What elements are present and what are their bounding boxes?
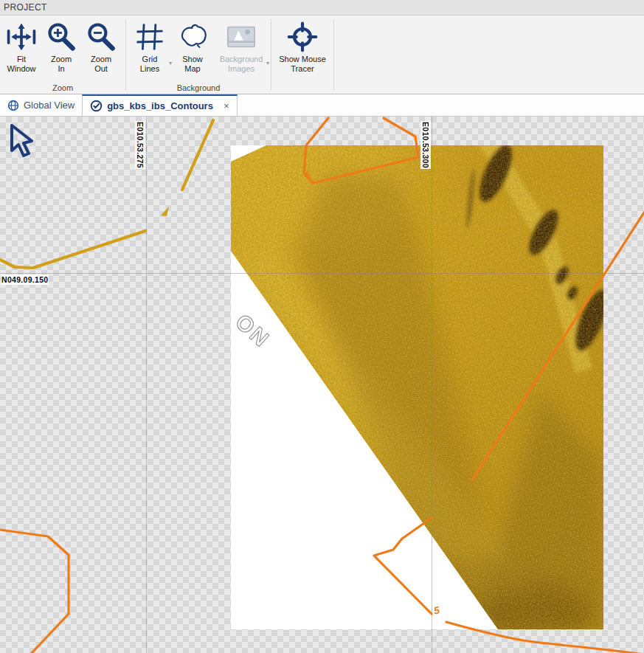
mouse-tracer-label-1: Show Mouse: [273, 55, 332, 64]
fit-window-label-1: Fit: [1, 55, 41, 64]
ribbon-toolbar: FitWindow ZoomIn: [0, 15, 644, 94]
show-map-label-2: Map: [172, 64, 213, 74]
selection-cursor-icon: [9, 124, 34, 159]
show-map-button[interactable]: ShowMap: [172, 15, 213, 74]
gridline-lon-300: [432, 117, 432, 653]
tab-close-icon[interactable]: ×: [224, 100, 229, 111]
grid-lines-label-2: Lines: [128, 64, 172, 74]
contour-gold-left: [0, 231, 145, 268]
mouse-tracer-icon: [273, 19, 332, 55]
map-australia-icon: [172, 19, 213, 55]
background-images-label-2: Images: [213, 64, 269, 74]
ribbon-header: PROJECT: [0, 0, 644, 15]
tab-contours-label: gbs_kbs_ibs_Contours: [107, 100, 213, 111]
background-images-label-1: Background: [213, 55, 269, 64]
application-window: PROJECT: [0, 0, 644, 653]
fit-window-button[interactable]: FitWindow: [1, 15, 41, 74]
gridline-lat-150: [0, 273, 644, 274]
zoom-in-label-1: Zoom: [41, 55, 81, 64]
grid-lines-icon: [128, 19, 172, 55]
zoom-out-label-2: Out: [81, 64, 121, 74]
zoom-out-label-1: Zoom: [81, 55, 121, 64]
grid-lines-button[interactable]: GridLines ▾: [128, 15, 172, 74]
tab-contours[interactable]: gbs_kbs_ibs_Contours ×: [82, 94, 237, 116]
show-map-label-1: Show: [172, 55, 213, 64]
ribbon-group-background: GridLines ▾ ShowMap: [126, 15, 271, 94]
zoom-out-icon: [81, 19, 121, 55]
sonar-mosaic-image: ON: [231, 145, 603, 632]
zoom-in-button[interactable]: ZoomIn: [41, 15, 81, 74]
background-images-button: BackgroundImages ▾: [213, 15, 269, 74]
globe-icon: [7, 100, 19, 111]
zoom-in-label-2: In: [41, 64, 81, 74]
show-mouse-tracer-button[interactable]: Show MouseTracer: [273, 15, 332, 74]
grid-label-lon1: E010.53.275: [135, 121, 145, 169]
contour-gold-marker: [161, 207, 169, 216]
grid-label-lat1: N049.09.150: [1, 274, 49, 285]
background-images-dropdown-icon: ▾: [266, 60, 269, 66]
zoom-out-button[interactable]: ZoomOut: [81, 15, 121, 74]
grid-lines-label-1: Grid: [128, 55, 172, 64]
group-label-zoom: Zoom: [0, 83, 125, 92]
grid-label-lon2: E010.53.300: [420, 121, 431, 169]
tab-global-view[interactable]: Global View: [0, 94, 82, 116]
tab-global-view-label: Global View: [24, 100, 75, 111]
map-viewport[interactable]: E010.53.275 E010.53.300 N049.09.150: [0, 117, 644, 653]
mouse-tracer-label-2: Tracer: [273, 64, 332, 74]
view-tab-strip: Global View gbs_kbs_ibs_Contours ×: [0, 94, 644, 117]
background-images-icon: [213, 19, 269, 55]
ribbon-group-zoom: FitWindow ZoomIn: [0, 15, 125, 94]
gridline-lon-275: [146, 117, 147, 653]
ribbon-header-label: PROJECT: [4, 2, 47, 13]
fit-window-label-2: Window: [1, 64, 41, 74]
contour-orange-bottom-left: [0, 530, 69, 653]
zoom-in-icon: [41, 19, 81, 55]
contours-icon: [90, 100, 103, 112]
group-label-background: Background: [126, 83, 271, 92]
ribbon-divider: [333, 19, 334, 90]
fit-window-icon: [1, 19, 41, 55]
ribbon-group-tracer: Show MouseTracer: [271, 15, 333, 94]
contour-gold-steep: [182, 120, 213, 190]
